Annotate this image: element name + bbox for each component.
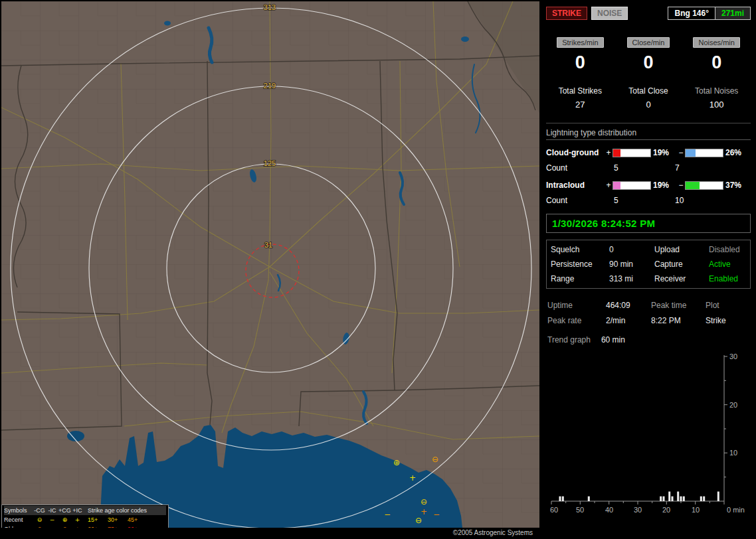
positive-ic-count: 5 bbox=[605, 196, 675, 205]
trend-graph-header: Trend graph 60 min bbox=[546, 335, 751, 345]
strike-symbol: ⊖ bbox=[415, 516, 422, 525]
strike-symbol: − bbox=[384, 510, 391, 519]
performance-panel: Uptime 464:09 Peak time Plot Peak rate 2… bbox=[546, 301, 751, 325]
y-tick-30: 30 bbox=[729, 352, 737, 360]
distribution-panel: Lightning type distribution Cloud-ground… bbox=[546, 123, 751, 205]
positive-ic-percent: 19% bbox=[653, 181, 677, 190]
strikes-per-min-value: 0 bbox=[546, 52, 614, 73]
negative-ic-percent: 37% bbox=[725, 181, 749, 190]
persistence-label: Persistence bbox=[551, 260, 609, 269]
total-close-label: Total Close bbox=[614, 86, 683, 96]
total-close-value: 0 bbox=[614, 100, 683, 110]
trend-bars-layer bbox=[559, 492, 719, 502]
x-tick-0-min: 0 min bbox=[727, 506, 745, 514]
intracloud-row: Intracloud + 19% − 37% bbox=[546, 181, 751, 190]
age-code-30: 30+ bbox=[108, 516, 128, 523]
squelch-label: Squelch bbox=[551, 245, 609, 254]
ring-label-31: 31 bbox=[264, 241, 272, 249]
x-tick-50: 50 bbox=[576, 506, 584, 514]
positive-ic-bar bbox=[613, 181, 651, 190]
bearing-display: Bng 146° 271mi bbox=[668, 7, 751, 20]
upload-status: Disabled bbox=[709, 245, 746, 254]
pos-ic-symbol: + bbox=[71, 516, 84, 523]
positive-cg-percent: 19% bbox=[653, 148, 677, 157]
peak-rate-value: 2/min bbox=[606, 316, 651, 325]
count-label: Count bbox=[546, 196, 605, 205]
legend-age-header: Strike age color codes bbox=[88, 507, 166, 514]
trend-bar bbox=[660, 497, 662, 501]
negative-ic-count: 10 bbox=[675, 196, 684, 205]
copyright-bar: ©2005 Astrogenic Systems bbox=[1, 528, 539, 538]
total-strikes-label: Total Strikes bbox=[546, 86, 614, 96]
upload-label: Upload bbox=[654, 245, 709, 254]
cloud-ground-row: Cloud-ground + 19% − 26% bbox=[546, 148, 751, 157]
ring-label-219: 219 bbox=[264, 82, 276, 90]
positive-cg-bar bbox=[613, 149, 651, 157]
legend-recent-row: Recent ⊖ − ⊕ + 15+ 30+ 45+ bbox=[4, 515, 166, 524]
bar-fill bbox=[686, 182, 700, 189]
plot-label: Plot bbox=[706, 301, 747, 310]
noises-per-min-value: 0 bbox=[682, 52, 751, 73]
legend-col-pos-cg: +CG bbox=[58, 507, 71, 514]
negative-sign: − bbox=[677, 148, 685, 157]
trend-window-value: 60 min bbox=[601, 335, 625, 345]
datetime-panel: 1/30/2026 8:24:52 PM bbox=[546, 214, 751, 233]
trend-bar bbox=[668, 492, 670, 502]
receiver-label: Receiver bbox=[654, 274, 709, 283]
negative-ic-bar bbox=[685, 181, 723, 190]
positive-cg-count: 5 bbox=[605, 163, 675, 173]
trend-bar bbox=[588, 497, 590, 501]
noises-per-min-column: Noises/min 0 Total Noises 100 bbox=[682, 37, 751, 110]
radar-map: 313 219 125 31 ⊕⊖+⊖−⊖+− bbox=[1, 1, 539, 528]
bearing-range-value: 271mi bbox=[715, 7, 750, 19]
age-code-15: 15+ bbox=[88, 516, 108, 523]
trend-bar bbox=[672, 497, 674, 501]
strike-symbol: ⊖ bbox=[432, 455, 438, 464]
y-tick-10: 10 bbox=[729, 449, 737, 457]
negative-sign: − bbox=[677, 181, 685, 190]
strike-symbol: + bbox=[421, 507, 427, 516]
trend-axes bbox=[551, 355, 727, 504]
range-label: Range bbox=[551, 274, 609, 283]
peak-time-value: 8:22 PM bbox=[651, 316, 706, 325]
noise-toggle-button[interactable]: NOISE bbox=[591, 7, 628, 20]
total-strikes-value: 27 bbox=[546, 100, 614, 110]
close-per-min-column: Close/min 0 Total Close 0 bbox=[614, 37, 683, 110]
x-tick-30: 30 bbox=[634, 506, 642, 514]
trend-bar bbox=[683, 497, 685, 501]
strike-toggle-button[interactable]: STRIKE bbox=[546, 7, 587, 20]
display-mode-panel: STRIKE NOISE Bng 146° 271mi bbox=[546, 7, 751, 20]
rate-stats-panel: Strikes/min 0 Total Strikes 27 Close/min… bbox=[546, 37, 751, 110]
legend-symbols-header: Symbols bbox=[4, 507, 33, 514]
pos-cg-symbol: ⊕ bbox=[58, 516, 71, 523]
capture-label: Capture bbox=[654, 260, 709, 269]
squelch-value: 0 bbox=[609, 245, 654, 254]
positive-sign: + bbox=[605, 181, 613, 190]
neg-ic-symbol: − bbox=[46, 516, 58, 523]
capture-status: Active bbox=[709, 260, 746, 269]
uptime-value: 464:09 bbox=[606, 301, 651, 310]
noises-per-min-chip: Noises/min bbox=[693, 37, 739, 48]
strike-symbol: ⊕ bbox=[393, 458, 400, 467]
distribution-title: Lightning type distribution bbox=[546, 123, 751, 140]
x-tick-40: 40 bbox=[605, 506, 613, 514]
intracloud-label: Intracloud bbox=[546, 181, 605, 190]
y-tick-20: 20 bbox=[729, 401, 737, 409]
x-tick-60: 60 bbox=[550, 506, 558, 514]
strikes-per-min-chip: Strikes/min bbox=[557, 37, 603, 48]
persistence-value: 90 min bbox=[609, 260, 654, 269]
negative-cg-count: 7 bbox=[675, 163, 680, 173]
x-tick-20: 20 bbox=[662, 506, 670, 514]
strike-symbol: − bbox=[433, 510, 440, 519]
total-noises-label: Total Noises bbox=[682, 86, 751, 96]
trend-graph-label: Trend graph bbox=[547, 335, 591, 345]
trend-bar bbox=[559, 497, 561, 501]
bearing-label: Bng 146° bbox=[668, 7, 714, 19]
uptime-label: Uptime bbox=[547, 301, 606, 310]
cloud-ground-count-row: Count 5 7 bbox=[546, 163, 751, 173]
strikes-per-min-column: Strikes/min 0 Total Strikes 27 bbox=[546, 37, 614, 110]
count-label: Count bbox=[546, 163, 605, 173]
datetime-value: 1/30/2026 8:24:52 PM bbox=[552, 218, 655, 229]
close-per-min-chip: Close/min bbox=[627, 37, 670, 48]
legend-col-neg-cg: -CG bbox=[33, 507, 46, 514]
